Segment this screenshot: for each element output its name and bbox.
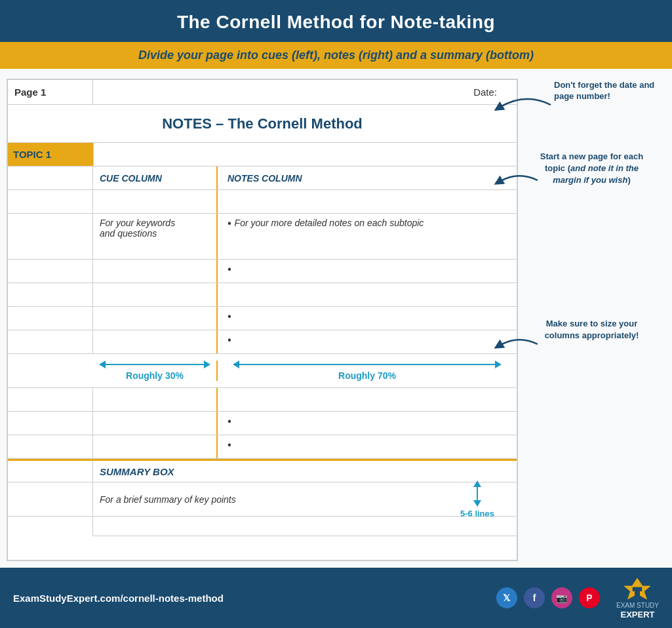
date-cell: Date: [93,87,517,98]
instagram-icon[interactable]: 📷 [551,587,572,608]
page-title: The Cornell Method for Note-taking [13,12,659,33]
arrow-line-notes [239,364,495,365]
top-row: Page 1 Date: [8,80,517,105]
title-row: NOTES – The Cornell Method [8,105,517,143]
content-row-6: • [8,435,517,459]
pinterest-icon[interactable]: P [579,587,600,608]
footer-url-path: /cornell-notes-method [120,593,224,604]
annotations-area: Don't forget the date and page number! S… [518,79,665,561]
columns-annotation: Make sure to size your columns appropria… [538,318,646,342]
col-headers-row: CUE COLUMN NOTES COLUMN [8,167,517,190]
v-arrow-line [477,487,478,500]
width-indicator-row: Roughly 30% Roughly 70% [8,354,517,388]
bullet-1: • [227,218,231,229]
logo-area: EXAM STUDYEXPERT [616,576,659,620]
summary-bottom-row [8,517,517,536]
topic-right [93,143,517,166]
notes-width-area: Roughly 70% [218,361,517,381]
logo-icon [624,576,650,602]
cue-column-header: CUE COLUMN [93,167,218,189]
page-header: The Cornell Method for Note-taking [0,0,672,42]
summary-lines-area: 5-6 lines [438,477,517,522]
topic-label: TOPIC 1 [8,143,93,166]
v-arrow-down [473,500,481,507]
topic-row: TOPIC 1 [8,143,517,167]
footer-url: ExamStudyExpert.com/cornell-notes-method [13,593,224,604]
columns-arrow-svg [492,328,544,361]
facebook-icon[interactable]: f [524,587,545,608]
social-icons: 𝕏 f 📷 P [496,587,600,608]
content-row-3: • [8,307,517,330]
summary-header: SUMMARY BOX [93,466,517,477]
arrow-left-cue [99,361,106,368]
bullet-2: • [227,264,231,275]
date-arrow-svg [492,85,557,125]
logo-text: EXAM STUDYEXPERT [616,602,659,620]
bullet-5: • [227,416,231,427]
bullet-6: • [227,439,231,451]
notes-width-label: Roughly 70% [338,370,396,381]
footer-right: 𝕏 f 📷 P EXAM STUDYEXPERT [496,576,659,620]
content-row-5: • [8,412,517,435]
cue-width-area: Roughly 30% [93,361,218,381]
cue-width-label: Roughly 30% [126,370,184,381]
cue-text: For your keywordsand questions [93,214,218,259]
empty-row-2 [8,283,517,307]
empty-row-1 [8,190,517,214]
summary-text: For a brief summary of key points [93,494,438,505]
arrow-line-cue [106,364,204,365]
new-page-annotation: Start a new page for each topic (and not… [538,151,646,187]
new-page-arrow-svg [492,164,544,197]
left-margin-header [8,167,93,189]
content-row-4: • [8,330,517,354]
footer-url-bold[interactable]: ExamStudyExpert.com [13,593,120,604]
page-footer: ExamStudyExpert.com/cornell-notes-method… [0,568,672,628]
bullet-4: • [227,334,231,346]
content-row-1: For your keywordsand questions • For you… [8,214,517,260]
cornell-diagram: Page 1 Date: NOTES – The Cornell Method … [7,79,518,561]
date-annotation: Don't forget the date and page number! [554,80,659,102]
notes-text-1: • For your more detailed notes on each s… [218,214,517,259]
bullet-3: • [227,311,231,323]
subtitle-text: Divide your page into cues (left), notes… [138,49,534,62]
subtitle-banner: Divide your page into cues (left), notes… [0,42,672,69]
twitter-icon[interactable]: 𝕏 [496,587,517,608]
arrow-left-notes [233,361,239,368]
notes-column-header: NOTES COLUMN [218,167,517,189]
arrow-right-notes [495,361,502,368]
main-area: Page 1 Date: NOTES – The Cornell Method … [0,69,672,568]
arrow-right-cue [204,361,210,368]
page-label: Page 1 [8,80,93,104]
v-arrow-up [473,481,481,487]
svg-rect-2 [633,587,642,591]
content-row-2: • [8,260,517,283]
summary-content-row: For a brief summary of key points 5-6 li… [8,482,517,517]
empty-row-3 [8,388,517,412]
notes-title: NOTES – The Cornell Method [162,115,363,132]
